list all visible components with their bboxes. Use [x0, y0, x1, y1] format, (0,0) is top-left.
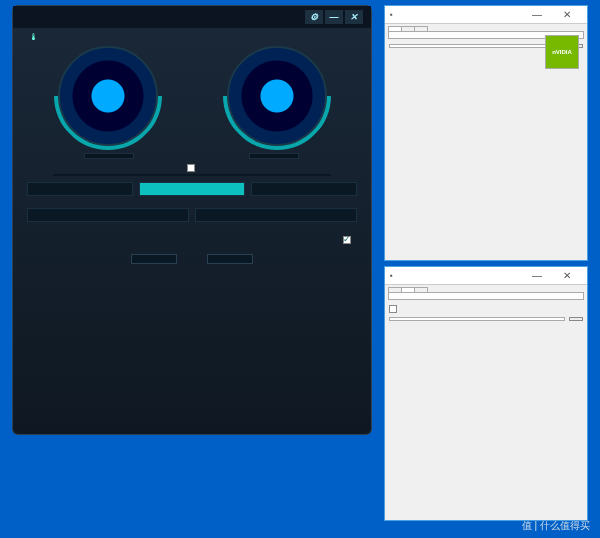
tab-graphics-card[interactable] [388, 26, 402, 31]
gpu-temp-value: 🌡 [29, 32, 38, 42]
gpuz-graphics-card-window: ▪ —✕ nVIDIA [384, 5, 588, 261]
auto-checkbox[interactable] [343, 236, 351, 244]
close-icon[interactable]: ✕ [552, 270, 582, 281]
watermark: 值 | 什么值得买 [522, 519, 590, 533]
tab-lighting[interactable] [27, 208, 189, 222]
close-button[interactable] [569, 317, 583, 321]
minimize-icon[interactable]: — [522, 9, 552, 20]
settings-icon[interactable]: ⚙ [305, 10, 323, 24]
gpuz-titlebar[interactable]: ▪ —✕ [385, 267, 587, 285]
gpu-gauge [30, 46, 185, 151]
gpuz-titlebar[interactable]: ▪ —✕ [385, 6, 587, 24]
tab-sensors[interactable] [401, 287, 415, 292]
gpu-select[interactable] [389, 317, 565, 321]
apply-button[interactable] [131, 254, 177, 264]
tab-hyper-boost[interactable] [195, 208, 357, 222]
gpu-clock-value [84, 153, 134, 159]
tab-1click-oc[interactable] [27, 182, 133, 196]
nvidia-logo-icon: nVIDIA [545, 35, 579, 69]
xtreme-tuner-window: ⚙ — ✕ 🌡 [12, 5, 372, 435]
tuner-titlebar[interactable]: ⚙ — ✕ [13, 6, 371, 28]
gpuz-icon: ▪ [390, 10, 393, 19]
minimize-icon[interactable]: — [325, 10, 343, 24]
slider-panel [13, 228, 371, 236]
minimize-icon[interactable]: — [522, 270, 552, 281]
gpuz-sensors-window: ▪ —✕ [384, 266, 588, 521]
default-button[interactable] [207, 254, 253, 264]
close-icon[interactable]: ✕ [552, 9, 582, 20]
memory-gauge [199, 46, 354, 151]
tab-overclock[interactable] [139, 182, 245, 196]
sync-checkbox[interactable] [187, 164, 195, 172]
log-checkbox[interactable] [389, 305, 397, 313]
gpu-select[interactable] [389, 44, 565, 48]
close-icon[interactable]: ✕ [345, 10, 363, 24]
tab-voltage[interactable] [251, 182, 357, 196]
mem-clock-value [249, 153, 299, 159]
gpuz-icon: ▪ [390, 271, 393, 280]
